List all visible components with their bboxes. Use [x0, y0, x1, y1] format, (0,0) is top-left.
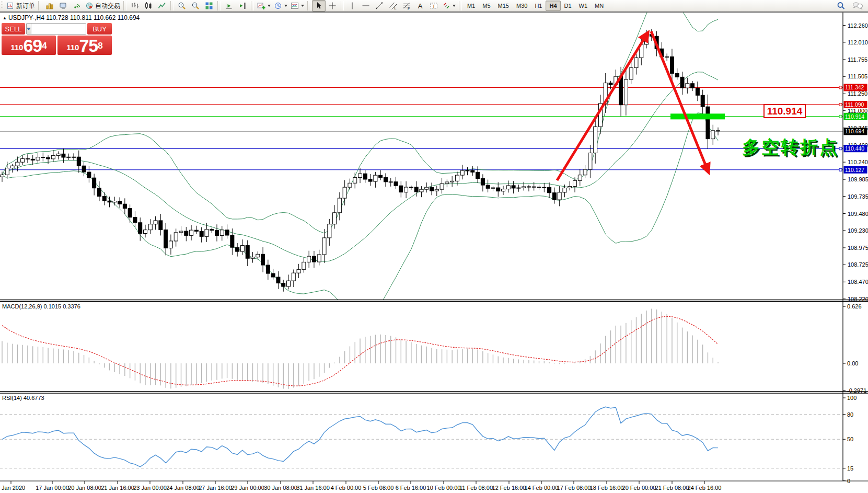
chevron-down-icon[interactable] [453, 5, 456, 7]
line-chart-button[interactable] [155, 0, 169, 12]
trend-arrow-down[interactable] [651, 31, 709, 173]
text-button[interactable]: A [413, 0, 427, 12]
tile-windows-button[interactable] [202, 0, 216, 12]
auto-trading-button[interactable]: 自动交易 [84, 0, 122, 12]
candle-body [476, 172, 480, 178]
time-label: 31 Jan 16:00 [296, 485, 330, 491]
templates-button[interactable] [289, 0, 306, 12]
chevron-down-icon[interactable] [301, 5, 304, 7]
timeframe-m15-button[interactable]: M15 [494, 1, 513, 11]
candle-body [583, 169, 587, 175]
signals-button[interactable] [70, 0, 84, 12]
candle-body [491, 188, 495, 188]
time-label: 24 Feb 16:00 [688, 485, 722, 491]
symbol-ohlc-text: USDJPY-,H4 110.728 110.811 110.662 110.6… [8, 14, 140, 21]
bar-chart-button[interactable] [128, 0, 142, 12]
chevron-down-icon[interactable] [284, 5, 287, 7]
candle-body [312, 256, 316, 262]
trendline-button[interactable] [373, 0, 386, 12]
zoom-out-button[interactable] [189, 0, 202, 12]
candle-body [128, 209, 132, 217]
candle-body [72, 157, 76, 157]
candle-body [307, 256, 311, 262]
toolbar-separator [38, 1, 41, 10]
volume-input[interactable] [31, 24, 86, 34]
timeframe-d1-button[interactable]: D1 [561, 1, 575, 11]
price-tick-label: 109.480 [848, 211, 868, 217]
new-order-button[interactable]: 新订单 [5, 0, 37, 12]
crosshair-button[interactable] [326, 0, 339, 12]
candle-body [532, 187, 536, 187]
price-badge-label: 110.914 [845, 113, 864, 120]
candle-body [67, 157, 71, 157]
price-callout-text: 110.914 [767, 106, 803, 117]
chart-area[interactable]: 多空转折点 多空转折点 110.914 112.260112.010111.75… [0, 0, 868, 493]
sell-price[interactable]: 110 69 4 [2, 36, 56, 55]
candle-body [144, 230, 147, 234]
periods-button[interactable] [272, 0, 289, 12]
turning-point-note[interactable]: 多空转折点 [742, 137, 839, 157]
timeframe-m1-button[interactable]: M1 [464, 1, 479, 11]
candle-body [230, 235, 234, 247]
timeframe-w1-button[interactable]: W1 [575, 1, 592, 11]
chevron-down-icon[interactable] [268, 5, 271, 7]
rsi-line [2, 407, 718, 467]
candle-body [670, 57, 674, 74]
chart-shift-button[interactable] [236, 0, 249, 12]
buy-price[interactable]: 110 75 8 [57, 36, 112, 55]
buy-price-sup: 8 [98, 36, 102, 56]
time-label: 5 Feb 08:00 [363, 485, 394, 491]
vertical-line-button[interactable] [345, 0, 359, 12]
horizontal-line-button[interactable] [359, 0, 373, 12]
timeframe-m30-button[interactable]: M30 [513, 1, 531, 11]
auto-scroll-button[interactable] [222, 0, 236, 12]
sell-price-prefix: 110 [10, 41, 23, 54]
arrows-button[interactable] [441, 0, 457, 12]
candle-chart-button[interactable] [142, 0, 155, 12]
time-label: 10 Feb 00:00 [427, 485, 461, 491]
sell-price-sup: 4 [42, 36, 47, 56]
candle-body [77, 157, 80, 166]
indicators-button[interactable] [256, 0, 272, 12]
text-label-button[interactable]: T [427, 0, 441, 12]
buy-button[interactable]: BUY [87, 23, 112, 35]
terminal-button[interactable] [56, 0, 70, 12]
charts-bar-button[interactable] [43, 0, 56, 12]
trend-arrow-up[interactable] [557, 32, 648, 180]
line-anchor-square[interactable] [839, 147, 842, 150]
toolbar-grip [1, 0, 4, 12]
time-label: 29 Jan 00:00 [231, 485, 264, 491]
chat-button[interactable] [851, 0, 865, 12]
candle-body [26, 158, 29, 159]
timeframe-mn-button[interactable]: MN [591, 1, 607, 11]
green-zone-marker[interactable] [670, 113, 725, 119]
timeframe-h1-button[interactable]: H1 [531, 1, 546, 11]
line-anchor-square[interactable] [839, 168, 842, 171]
candle-body [440, 184, 444, 189]
volume-stepper [26, 23, 86, 35]
candle-body [92, 178, 96, 188]
candle-body [527, 187, 530, 187]
candle-body [169, 241, 172, 248]
line-anchor-square[interactable] [839, 86, 842, 89]
sell-button[interactable]: SELL [2, 23, 25, 35]
candle-body [506, 186, 510, 189]
timeframe-h4-button[interactable]: H4 [546, 1, 560, 11]
auto-scroll-icon [225, 2, 233, 10]
price-tick-label: 111.755 [848, 56, 867, 63]
line-anchor-square[interactable] [839, 104, 842, 106]
candle-body [455, 175, 459, 181]
timeframe-m5-button[interactable]: M5 [479, 1, 494, 11]
candle-body [338, 198, 341, 213]
volume-decrease-button[interactable] [27, 24, 31, 34]
zoom-in-button[interactable] [175, 0, 189, 12]
fibonacci-button[interactable]: F [400, 0, 413, 12]
search-button[interactable] [834, 0, 848, 12]
equidistant-channel-button[interactable]: E [386, 0, 400, 12]
candle-body [184, 231, 188, 235]
cursor-button[interactable] [312, 0, 326, 12]
rsi-tick-label: 80 [847, 411, 853, 418]
candle-body [542, 187, 546, 188]
macd-tick-label: 0.00 [847, 360, 858, 366]
line-anchor-square[interactable] [839, 115, 842, 118]
